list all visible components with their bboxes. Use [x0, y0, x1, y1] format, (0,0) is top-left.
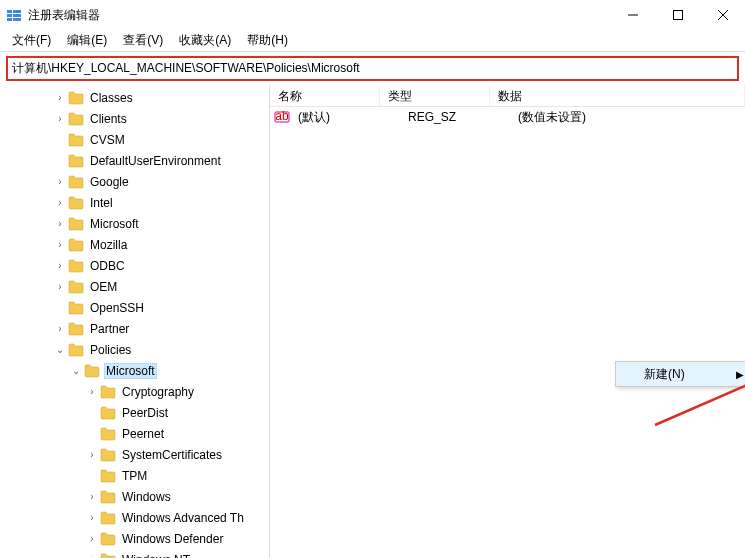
tree-node[interactable]: DefaultUserEnvironment — [0, 150, 269, 171]
tree-node[interactable]: ›Cryptography — [0, 381, 269, 402]
menubar: 文件(F) 编辑(E) 查看(V) 收藏夹(A) 帮助(H) — [0, 30, 745, 52]
folder-icon — [100, 553, 116, 559]
menu-file[interactable]: 文件(F) — [4, 30, 59, 51]
folder-icon — [68, 175, 84, 189]
chevron-right-icon[interactable]: › — [84, 512, 100, 523]
folder-icon — [68, 217, 84, 231]
tree-node[interactable]: ›Classes — [0, 87, 269, 108]
maximize-button[interactable] — [655, 0, 700, 30]
menu-help[interactable]: 帮助(H) — [239, 30, 296, 51]
folder-icon — [68, 280, 84, 294]
context-menu: 新建(N) ▶ — [615, 361, 745, 387]
folder-icon — [100, 448, 116, 462]
chevron-right-icon[interactable]: › — [52, 323, 68, 334]
chevron-right-icon[interactable]: › — [84, 386, 100, 397]
list-pane[interactable]: 名称 类型 数据 ab (默认) REG_SZ (数值未设置) 新建(N) ▶ … — [270, 85, 745, 558]
address-bar[interactable]: 计算机\HKEY_LOCAL_MACHINE\SOFTWARE\Policies… — [6, 56, 739, 81]
tree-node[interactable]: OpenSSH — [0, 297, 269, 318]
tree-node[interactable]: ›Partner — [0, 318, 269, 339]
menu-item-label: 新建(N) — [644, 366, 685, 383]
tree-node[interactable]: ⌄Microsoft — [0, 360, 269, 381]
tree-node-label: SystemCertificates — [120, 447, 224, 463]
tree-node[interactable]: ⌄Policies — [0, 339, 269, 360]
tree-node-label: Intel — [88, 195, 115, 211]
tree-node[interactable]: ›Windows Advanced Th — [0, 507, 269, 528]
tree-node[interactable]: ›Windows — [0, 486, 269, 507]
window-title: 注册表编辑器 — [28, 7, 610, 24]
tree-node[interactable]: PeerDist — [0, 402, 269, 423]
chevron-right-icon[interactable]: › — [52, 113, 68, 124]
column-type[interactable]: 类型 — [380, 85, 490, 106]
tree-node-label: Clients — [88, 111, 129, 127]
chevron-right-icon[interactable]: › — [52, 239, 68, 250]
folder-icon — [100, 532, 116, 546]
folder-icon — [68, 301, 84, 315]
menu-item-new[interactable]: 新建(N) ▶ — [616, 362, 745, 386]
tree-node[interactable]: ›Windows Defender — [0, 528, 269, 549]
folder-icon — [100, 469, 116, 483]
chevron-down-icon[interactable]: ⌄ — [52, 344, 68, 355]
string-value-icon: ab — [274, 109, 290, 125]
chevron-right-icon[interactable]: › — [84, 449, 100, 460]
menu-view[interactable]: 查看(V) — [115, 30, 171, 51]
tree-pane[interactable]: ›Classes›ClientsCVSMDefaultUserEnvironme… — [0, 85, 270, 558]
svg-rect-3 — [13, 14, 21, 17]
chevron-right-icon[interactable]: › — [52, 260, 68, 271]
folder-icon — [68, 196, 84, 210]
folder-icon — [68, 91, 84, 105]
tree-node[interactable]: ›Microsoft — [0, 213, 269, 234]
column-name[interactable]: 名称 — [270, 85, 380, 106]
tree-node[interactable]: ›Mozilla — [0, 234, 269, 255]
folder-icon — [100, 511, 116, 525]
column-data[interactable]: 数据 — [490, 85, 745, 106]
tree-node-label: OpenSSH — [88, 300, 146, 316]
menu-edit[interactable]: 编辑(E) — [59, 30, 115, 51]
tree-node-label: Classes — [88, 90, 135, 106]
chevron-right-icon[interactable]: › — [52, 197, 68, 208]
window-controls — [610, 0, 745, 30]
tree-node[interactable]: ›SystemCertificates — [0, 444, 269, 465]
chevron-down-icon[interactable]: ⌄ — [68, 365, 84, 376]
tree-node-label: Cryptography — [120, 384, 196, 400]
titlebar: 注册表编辑器 — [0, 0, 745, 30]
tree-node[interactable]: ›OEM — [0, 276, 269, 297]
tree-node[interactable]: ›Intel — [0, 192, 269, 213]
folder-icon — [68, 343, 84, 357]
tree-node-label: Google — [88, 174, 131, 190]
minimize-button[interactable] — [610, 0, 655, 30]
svg-rect-7 — [673, 11, 682, 20]
tree-node-label: Windows NT — [120, 552, 192, 559]
chevron-right-icon[interactable]: › — [52, 218, 68, 229]
folder-icon — [100, 385, 116, 399]
tree-node-label: Windows Defender — [120, 531, 225, 547]
folder-icon — [68, 154, 84, 168]
tree-node[interactable]: ›ODBC — [0, 255, 269, 276]
value-data: (数值未设置) — [514, 109, 745, 126]
submenu-arrow-icon: ▶ — [736, 369, 744, 380]
tree-node-label: Microsoft — [104, 363, 157, 379]
close-button[interactable] — [700, 0, 745, 30]
folder-icon — [100, 490, 116, 504]
chevron-right-icon[interactable]: › — [84, 533, 100, 544]
tree-node[interactable]: ›Google — [0, 171, 269, 192]
chevron-right-icon[interactable]: › — [84, 491, 100, 502]
tree-node-label: ODBC — [88, 258, 127, 274]
tree-node[interactable]: ›Windows NT — [0, 549, 269, 558]
chevron-right-icon[interactable]: › — [52, 176, 68, 187]
tree-node[interactable]: TPM — [0, 465, 269, 486]
tree-node-label: Partner — [88, 321, 131, 337]
tree-node[interactable]: Peernet — [0, 423, 269, 444]
tree-node-label: Mozilla — [88, 237, 129, 253]
svg-text:ab: ab — [275, 109, 289, 123]
tree-node[interactable]: CVSM — [0, 129, 269, 150]
tree-node-label: Peernet — [120, 426, 166, 442]
chevron-right-icon[interactable]: › — [52, 281, 68, 292]
menu-favorites[interactable]: 收藏夹(A) — [171, 30, 239, 51]
folder-icon — [68, 259, 84, 273]
chevron-right-icon[interactable]: › — [52, 92, 68, 103]
tree-node[interactable]: ›Clients — [0, 108, 269, 129]
list-row[interactable]: ab (默认) REG_SZ (数值未设置) — [270, 107, 745, 127]
folder-icon — [84, 364, 100, 378]
chevron-right-icon[interactable]: › — [84, 554, 100, 558]
value-type: REG_SZ — [404, 110, 514, 124]
